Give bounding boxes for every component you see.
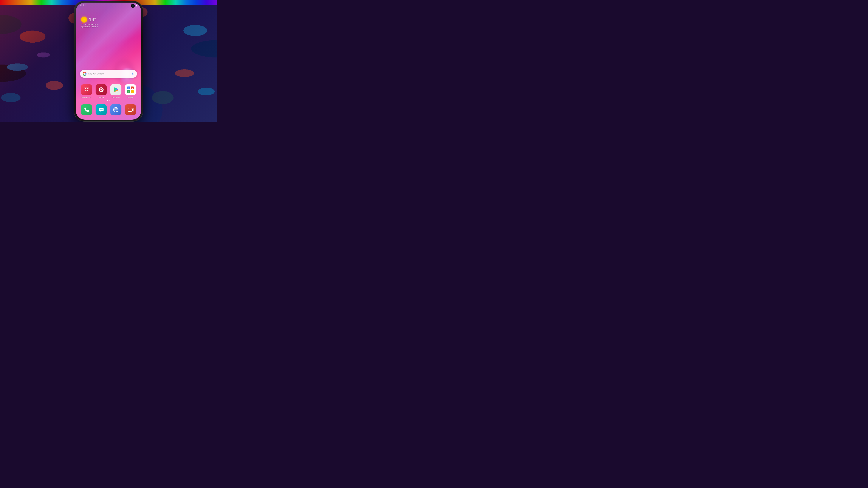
dock-phone[interactable] <box>80 104 93 115</box>
dot-page-1 <box>107 100 108 101</box>
nav-line-home <box>109 118 121 118</box>
camera-lens <box>132 5 134 7</box>
dock-browser[interactable] <box>110 104 122 115</box>
navigation-bar <box>96 118 121 118</box>
svg-rect-22 <box>100 110 102 110</box>
google-label: Google <box>128 96 133 98</box>
weather-widget: 14° 📍 St. Katharine's Updated 2/17 15:05… <box>81 17 98 28</box>
phone-call-icon <box>81 104 92 115</box>
sun-icon <box>81 17 87 23</box>
svg-point-2 <box>87 88 89 89</box>
google-g-logo <box>83 72 87 76</box>
svg-marker-29 <box>132 108 133 111</box>
phone-shell: 14:22 🔇 ↑↓ ▊ 14° 📍 St. Katharine's <box>74 1 143 121</box>
weather-location: 📍 St. Katharine's <box>81 23 98 25</box>
camera-cutout <box>131 4 135 8</box>
search-placeholder: Say "Ok Google" <box>88 72 130 75</box>
location-pin-icon: 📍 <box>81 23 84 25</box>
svg-point-7 <box>102 89 103 89</box>
svg-text:✉: ✉ <box>128 91 129 93</box>
svg-rect-28 <box>128 108 132 111</box>
nav-line-back <box>96 118 108 118</box>
app-grid: Galaxy Store <box>80 84 137 98</box>
dock <box>80 104 137 115</box>
svg-point-5 <box>100 89 102 90</box>
galaxy-store-icon <box>81 84 92 95</box>
app-gallery[interactable]: Gallery <box>95 84 107 98</box>
google-search-bar[interactable]: Say "Ok Google" <box>80 70 137 78</box>
screen-recorder-icon <box>125 104 136 115</box>
app-play-store[interactable]: Play Store <box>110 84 122 98</box>
svg-text:G: G <box>128 87 129 89</box>
microphone-icon <box>131 72 134 75</box>
svg-point-10 <box>99 90 100 91</box>
svg-point-9 <box>101 91 102 92</box>
play-store-icon <box>110 84 121 95</box>
play-store-label: Play Store <box>112 96 120 98</box>
svg-point-11 <box>99 89 100 89</box>
svg-point-1 <box>85 88 86 89</box>
refresh-icon: ↻ <box>97 26 98 28</box>
battery-icon: ▊ <box>136 5 137 6</box>
phone-screen: 14:22 🔇 ↑↓ ▊ 14° 📍 St. Katharine's <box>76 3 141 120</box>
svg-point-6 <box>101 88 102 89</box>
dot-page-2 <box>109 100 110 101</box>
dock-messages[interactable] <box>95 104 107 115</box>
browser-icon <box>110 104 121 115</box>
status-time: 14:22 <box>80 4 86 7</box>
phone-device: 14:22 🔇 ↑↓ ▊ 14° 📍 St. Katharine's <box>74 1 143 121</box>
page-indicators <box>107 100 110 101</box>
galaxy-store-label: Galaxy Store <box>82 96 92 98</box>
weather-location-text: St. Katharine's <box>84 23 98 25</box>
svg-point-8 <box>102 90 103 91</box>
svg-rect-21 <box>100 109 103 109</box>
messages-icon <box>96 104 107 115</box>
app-google[interactable]: G ▶ ✉ ▶ Google <box>124 84 137 98</box>
app-galaxy-store[interactable]: Galaxy Store <box>80 84 93 98</box>
dock-recorder[interactable] <box>124 104 137 115</box>
gallery-icon <box>96 84 107 95</box>
weather-temperature: 14° <box>89 17 96 22</box>
weather-updated: Updated 2/17 15:05 ↻ <box>81 26 98 28</box>
gallery-label: Gallery <box>98 96 104 98</box>
google-icon: G ▶ ✉ ▶ <box>125 84 136 95</box>
